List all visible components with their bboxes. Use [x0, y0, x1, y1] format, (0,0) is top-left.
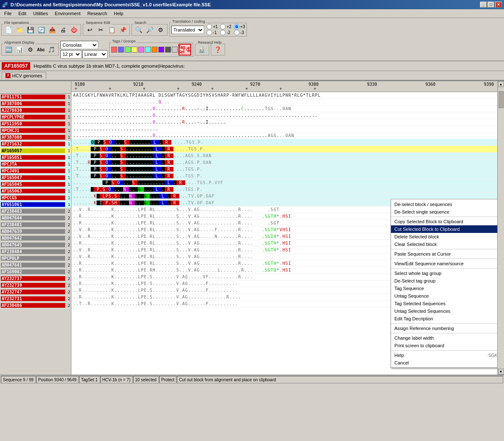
ctx-deselect-block[interactable]: De-select block / sequences: [391, 201, 497, 208]
list-item[interactable]: AF165047 1: [0, 174, 71, 181]
export-btn[interactable]: 📤: [47, 25, 57, 34]
tag-color-10[interactable]: [172, 47, 178, 53]
list-item[interactable]: AF271632 1: [0, 141, 71, 148]
hcv-genomes-tab[interactable]: ✗ HCV genomes: [2, 72, 46, 79]
copy-btn[interactable]: 📋: [107, 25, 117, 34]
print-btn[interactable]: 🖨: [58, 25, 68, 34]
align-btn3[interactable]: ⚙: [25, 45, 35, 54]
ctx-untag-selected[interactable]: Untag Selected Sequences: [391, 307, 497, 315]
list-item[interactable]: AF238486 2: [0, 302, 71, 309]
translation-select[interactable]: Translated DNA Amino Acid: [171, 26, 204, 34]
tag-color-7[interactable]: [152, 47, 158, 53]
radio-minus3[interactable]: -3: [234, 30, 245, 35]
radio-plus2[interactable]: +2: [220, 24, 231, 29]
tag-color-1[interactable]: [111, 47, 117, 53]
ctx-cancel[interactable]: Cancel: [391, 359, 497, 367]
maximize-button[interactable]: □: [488, 2, 494, 8]
list-item[interactable]: AF387808 1: [0, 134, 71, 141]
ctx-copy-block[interactable]: Copy Selected Block to Clipboard: [391, 218, 497, 225]
cut-btn[interactable]: ✂: [96, 25, 106, 34]
research-btn1[interactable]: 🔬: [197, 45, 207, 54]
ctx-tag-selected[interactable]: Tag Selected Sequences: [391, 300, 497, 307]
ctx-paste-seqs[interactable]: Paste Sequences at Cursor: [391, 250, 497, 258]
list-item[interactable]: AY232747 2: [0, 289, 71, 296]
scroll-thumb[interactable]: [499, 91, 504, 108]
list-item[interactable]: HPCCGS 1: [0, 195, 71, 201]
search-btn[interactable]: 🔍: [134, 25, 144, 34]
scroll-up-arrow[interactable]: ▲: [498, 81, 504, 87]
list-item[interactable]: AB047645 2: [0, 242, 71, 248]
paste-btn[interactable]: 📌: [118, 25, 128, 34]
list-item[interactable]: HPCJTA 1: [0, 161, 71, 168]
ctx-print-screen[interactable]: Print screen to clipboard ·: [391, 342, 497, 349]
new-file-btn[interactable]: 📄: [3, 25, 13, 34]
list-item[interactable]: AF165045 1: [0, 181, 71, 188]
menu-file[interactable]: File: [2, 10, 14, 17]
radio-plus1[interactable]: +1: [207, 24, 218, 29]
ctx-deselect-tag-group[interactable]: De-Select tag group: [391, 277, 497, 285]
vertical-scrollbar[interactable]: ▲ ▼: [497, 81, 504, 375]
save-file-btn[interactable]: 💾: [25, 25, 35, 34]
sequence-display[interactable]: 9180 9210 9240 9270 9300 9330 9360 9390 …: [71, 81, 497, 375]
ctx-untag-seq[interactable]: Untag Sequence: [391, 292, 497, 300]
list-item[interactable]: AF169002 2: [0, 269, 71, 275]
menu-edit[interactable]: Edit: [16, 10, 29, 17]
close-button[interactable]: ✕: [495, 2, 502, 8]
tag-color-3[interactable]: [125, 47, 131, 53]
ctx-tag-seq[interactable]: Tag Sequence: [391, 285, 497, 292]
ctx-cut-block[interactable]: Cut Selected Block to Clipboard: [391, 225, 497, 233]
list-item[interactable]: AJ278830 1: [0, 107, 71, 114]
list-item[interactable]: AF238481 2: [0, 222, 71, 228]
tag-color-4[interactable]: [131, 47, 137, 53]
radio-minus1[interactable]: -1: [207, 30, 218, 35]
list-item[interactable]: AF011751 1: [0, 94, 71, 100]
list-item[interactable]: HPCPLYPRE 1: [0, 114, 71, 121]
list-item[interactable]: AY651061 1: [0, 201, 71, 208]
ctx-help[interactable]: Help ·SGKx: [391, 351, 497, 359]
list-item[interactable]: AF511950 1: [0, 121, 71, 127]
list-item[interactable]: AF238483 2: [0, 208, 71, 215]
list-item[interactable]: HPCHCJ1 1: [0, 127, 71, 134]
scroll-down-arrow[interactable]: ▼: [498, 369, 504, 375]
search2-btn[interactable]: 🔎: [144, 25, 155, 34]
minimize-button[interactable]: _: [480, 2, 487, 8]
list-item[interactable]: AB047644 2: [0, 215, 71, 222]
list-item[interactable]: AY232731 2: [0, 296, 71, 302]
align-btn1[interactable]: 🔤: [3, 45, 13, 54]
list-item[interactable]: AB047642 2: [0, 235, 71, 242]
ctx-edit-tag-desc[interactable]: Edit Tag Decription: [391, 315, 497, 322]
menu-research[interactable]: Research: [85, 10, 110, 17]
list-item[interactable]: AY232737 2: [0, 275, 71, 282]
list-item[interactable]: HPCPOLP 2: [0, 255, 71, 262]
menu-utilities[interactable]: Utilities: [31, 10, 50, 17]
list-item[interactable]: HPCJ491 1: [0, 168, 71, 174]
scroll-track[interactable]: [498, 87, 504, 369]
font-name-select[interactable]: Consolas Courier: [60, 41, 98, 49]
radio-minus2[interactable]: -2: [220, 30, 231, 35]
font-size-select[interactable]: 12 pt 10 pt 14 pt: [60, 50, 81, 58]
search3-btn[interactable]: ⚙: [155, 25, 165, 34]
view-mode-select[interactable]: Linear Circular: [82, 50, 108, 58]
ctx-change-label-width[interactable]: Change label width ·: [391, 334, 497, 342]
tag-color-6[interactable]: [145, 47, 151, 53]
list-item[interactable]: AF165063 1: [0, 188, 71, 195]
ctx-view-edit-name[interactable]: View/Edit Sequence name/source: [391, 260, 497, 267]
ctx-clear-block[interactable]: Clear Selected block: [391, 240, 497, 248]
list-item[interactable]: AY232739 2: [0, 282, 71, 289]
undo-btn[interactable]: ↩: [85, 25, 95, 34]
list-item[interactable]: AF238484 2: [0, 248, 71, 255]
ctx-delete-block[interactable]: Delete Selected block: [391, 233, 497, 240]
open-file-btn[interactable]: 📁: [14, 25, 24, 34]
list-item[interactable]: AB047639 2: [0, 228, 71, 235]
ctx-deselect-single[interactable]: De-Select single sequence: [391, 208, 497, 216]
list-item[interactable]: AB047641 2: [0, 262, 71, 269]
ctx-select-tag-group[interactable]: Select whole tag group: [391, 269, 497, 277]
tag-color-5[interactable]: [138, 47, 144, 53]
tag-color-8[interactable]: [158, 47, 164, 53]
tag-color-9[interactable]: [165, 47, 171, 53]
list-item[interactable]: AF387806 1: [0, 100, 71, 107]
help-btn[interactable]: ❓: [213, 45, 223, 54]
menu-environment[interactable]: Environment: [52, 10, 83, 17]
list-item[interactable]: AF165051 1: [0, 154, 71, 161]
menu-help[interactable]: Help: [111, 10, 126, 17]
